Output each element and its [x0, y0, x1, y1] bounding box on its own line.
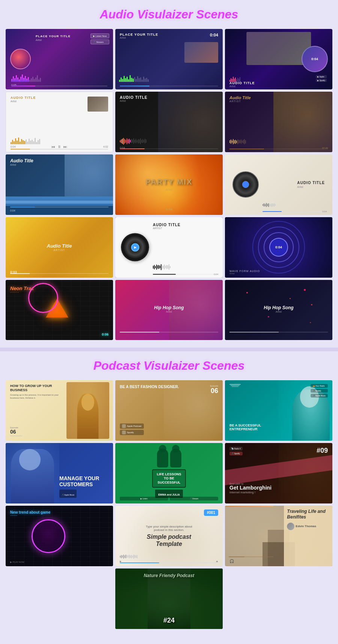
audio-scene-1[interactable]: PLACE YOUR TITLE Artist ▶ Listen Now 🎵 S… — [6, 29, 113, 89]
podcast-scene-5[interactable]: LIFE LESSONSTO BESUCCESSFUL EMMA and JUL… — [115, 443, 223, 503]
audio-scene-5[interactable]: AUDIO TITLE Artist — [115, 92, 223, 152]
audio-section: Audio Visulaizer Scenes PLACE YOUR TITLE… — [0, 0, 338, 348]
audio-scene-11[interactable]: ▶ AUDIO TITLE ARTIST — [115, 217, 223, 278]
podcast-scene-2[interactable]: BE A BEST FASHION DESIGNER. Episode 06 A… — [115, 380, 223, 441]
podcast-scene-empty-right — [225, 568, 332, 629]
podcast-scene-empty-left — [6, 568, 113, 629]
podcast-scene-4[interactable]: MANAGE YOUR CUSTOMERS 🎵 Apple Music — [6, 443, 113, 503]
podcast-scene-7[interactable]: New trend about game ••••••••• ▶ PLAY NO… — [6, 506, 113, 566]
podcast-scene-8[interactable]: #001 Type your simple description aboutp… — [115, 506, 223, 566]
podcast-scene-3[interactable]: BE A SUCCESSFUL ENTREPRENEUR 📻 Your Radi… — [225, 380, 332, 441]
podcast-section-title: Podcast Visulaizer Scenes — [0, 351, 338, 376]
podcast-section: Podcast Visulaizer Scenes HOW TO GROW UP… — [0, 348, 338, 636]
audio-grid: PLACE YOUR TITLE Artist ▶ Listen Now 🎵 S… — [0, 25, 338, 348]
audio-scene-4[interactable]: AUDIO TITLE Artist — [6, 92, 113, 152]
audio-scene-10[interactable]: Audio Title ARTIST 0:03 — [6, 217, 113, 278]
podcast-grid: HOW TO GROW UP YOUR BUSINESS Growing up … — [0, 376, 338, 636]
audio-scene-12[interactable]: 0:04 WAVE FORM AUDIO Artist — [225, 217, 332, 278]
podcast-scene-6[interactable]: #09 Best path to Get Lamborghini Interne… — [225, 443, 332, 503]
podcast-scene-9[interactable]: Traveling Life and Benifites Edvin Thoma… — [225, 506, 332, 566]
audio-scene-7[interactable]: Audio Title Artist 0:04 — [6, 154, 113, 215]
podcast-scene-10[interactable]: Nature Friendy Podcast #24 — [115, 568, 223, 629]
audio-scene-8[interactable]: PARTY MIX Artist 0:04 — [115, 154, 223, 215]
audio-scene-14[interactable]: Hip Hop Song Artist — [115, 280, 223, 340]
audio-section-title: Audio Visulaizer Scenes — [0, 0, 338, 25]
podcast-scene-1[interactable]: HOW TO GROW UP YOUR BUSINESS Growing up … — [6, 380, 113, 441]
audio-scene-2[interactable]: PLACE YOUR TITLE Artist 0:04 — [115, 29, 223, 89]
audio-scene-13[interactable]: Neon Trac •••••• 0:06 — [6, 280, 113, 340]
audio-scene-9[interactable]: AUDIO TITLE Artist — [225, 154, 332, 215]
audio-scene-3[interactable]: 0:04 AUDIO TITLE Artist — [225, 29, 332, 89]
audio-scene-6[interactable]: Audio Title ARTIST — [225, 92, 332, 152]
audio-scene-15[interactable]: Hip Hop Song Artist — [225, 280, 332, 340]
